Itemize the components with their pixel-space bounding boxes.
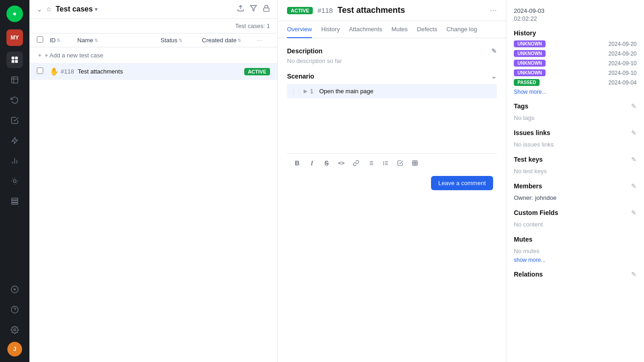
tab-overview[interactable]: Overview xyxy=(287,21,312,38)
sidebar-item-settings[interactable] xyxy=(6,322,23,338)
name-sort-icon[interactable]: ⇅ xyxy=(94,38,98,43)
chevron-down-icon[interactable]: ▾ xyxy=(95,6,98,12)
leave-comment-button[interactable]: Leave a comment xyxy=(431,176,493,190)
main-panel-body: Description ✎ No description so far Scen… xyxy=(278,38,506,362)
ordered-list-button[interactable] xyxy=(379,157,392,170)
main-content: Description ✎ No description so far Scen… xyxy=(278,38,506,362)
add-test-case-button[interactable]: ＋ + Add a new test case xyxy=(29,47,277,63)
sidebar-item-tasks[interactable] xyxy=(6,112,23,129)
left-toolbar: Test cases: 1 xyxy=(29,19,277,34)
svg-rect-30 xyxy=(413,161,418,166)
step-drag-icon[interactable]: ⋮⋮ xyxy=(291,88,302,95)
history-badge-5: PASSED xyxy=(514,79,540,86)
sidebar-item-launch[interactable] xyxy=(6,132,23,149)
bold-button[interactable]: B xyxy=(291,157,304,170)
show-more-link[interactable]: Show more... xyxy=(514,89,637,95)
select-all-checkbox[interactable] xyxy=(37,36,43,43)
svg-rect-4 xyxy=(15,60,18,63)
checklist-button[interactable] xyxy=(394,157,407,170)
step-number: 1 xyxy=(310,88,319,95)
main-header: ACTIVE #118 Test attachments ··· xyxy=(278,0,506,21)
user-avatar[interactable]: J xyxy=(7,342,22,356)
history-date-5: 2024-09-04 xyxy=(609,79,637,86)
custom-fields-value: No content xyxy=(514,221,543,228)
italic-button[interactable]: I xyxy=(305,157,318,170)
tab-defects[interactable]: Defects xyxy=(417,21,437,38)
test-keys-edit-icon[interactable]: ✎ xyxy=(631,156,637,163)
test-row[interactable]: ✋ #118 Test attachments ACTIVE xyxy=(29,63,277,80)
scenario-collapse-icon[interactable]: ⌄ xyxy=(491,72,497,80)
history-date-1: 2024-09-20 xyxy=(609,41,637,47)
description-edit-icon[interactable]: ✎ xyxy=(491,47,497,55)
scenario-title: Scenario xyxy=(287,73,314,80)
test-keys-title: Test keys xyxy=(514,156,543,163)
sidebar: MY J xyxy=(0,0,29,362)
tab-changelog[interactable]: Change log xyxy=(446,21,477,38)
mutes-value: No mutes xyxy=(514,248,540,255)
svg-rect-10 xyxy=(12,201,18,203)
members-edit-icon[interactable]: ✎ xyxy=(631,182,637,190)
tags-title: Tags xyxy=(514,102,529,110)
scenario-section: Scenario ⌄ ⋮⋮ ▶ 1 Open the main page xyxy=(287,72,497,98)
created-date: 2024-09-03 xyxy=(514,7,637,14)
relations-edit-icon[interactable]: ✎ xyxy=(631,271,637,278)
created-sort-icon[interactable]: ⇅ xyxy=(237,38,241,43)
table-header: ID ⇅ Name ⇅ Status ⇅ Created date ⇅ ··· xyxy=(29,34,277,47)
test-id: #118 xyxy=(317,6,333,14)
history-section: History UNKNOWN 2024-09-20 UNKNOWN 2024-… xyxy=(514,29,637,95)
tab-attachments[interactable]: Attachments xyxy=(349,21,382,38)
custom-fields-edit-icon[interactable]: ✎ xyxy=(631,209,637,216)
test-cases-count: Test cases: 1 xyxy=(235,23,270,29)
test-keys-value: No test keys xyxy=(514,168,547,175)
table-more-icon[interactable]: ··· xyxy=(257,37,262,44)
id-sort-icon[interactable]: ⇅ xyxy=(57,38,60,43)
svg-rect-20 xyxy=(264,8,269,11)
favorite-icon[interactable]: ☆ xyxy=(46,6,52,13)
tab-history[interactable]: History xyxy=(321,21,339,38)
history-item-5: PASSED 2024-09-04 xyxy=(514,79,637,86)
scenario-header: Scenario ⌄ xyxy=(287,72,497,80)
row-checkbox[interactable] xyxy=(37,68,43,74)
history-title: History xyxy=(514,29,536,37)
sidebar-item-help[interactable] xyxy=(6,301,23,318)
active-badge: ACTIVE xyxy=(287,7,313,14)
add-icon: ＋ xyxy=(37,51,43,59)
issues-section: Issues links ✎ No issues links xyxy=(514,129,637,148)
step-row[interactable]: ⋮⋮ ▶ 1 Open the main page xyxy=(287,84,497,98)
workspace-avatar[interactable]: MY xyxy=(6,29,23,46)
collapse-icon[interactable]: ⌄ xyxy=(37,6,42,13)
step-expand-icon[interactable]: ▶ xyxy=(304,88,307,94)
history-item-2: UNKNOWN 2024-09-20 xyxy=(514,50,637,57)
table-button[interactable] xyxy=(408,157,421,170)
upload-icon[interactable] xyxy=(237,5,244,14)
sidebar-item-refresh[interactable] xyxy=(6,92,23,108)
history-badge-2: UNKNOWN xyxy=(514,50,546,57)
lock-icon[interactable] xyxy=(263,5,270,14)
sidebar-item-add[interactable] xyxy=(6,281,23,298)
app-logo[interactable] xyxy=(6,6,23,22)
step-text: Open the main page xyxy=(319,88,493,95)
strikethrough-button[interactable]: S xyxy=(320,157,333,170)
status-sort-icon[interactable]: ⇅ xyxy=(178,38,182,43)
sidebar-item-storage[interactable] xyxy=(6,193,23,209)
issues-edit-icon[interactable]: ✎ xyxy=(631,129,637,136)
code-button[interactable]: <> xyxy=(335,157,348,170)
more-options-icon[interactable]: ··· xyxy=(490,6,497,15)
main-panel: ACTIVE #118 Test attachments ··· Overvie… xyxy=(278,0,506,362)
history-date-3: 2024-09-10 xyxy=(609,60,637,67)
owner-label: Owner: xyxy=(514,194,533,201)
sidebar-item-chart[interactable] xyxy=(6,153,23,169)
tags-edit-icon[interactable]: ✎ xyxy=(631,102,637,110)
relations-section: Relations ✎ xyxy=(514,271,637,278)
sidebar-item-dashboard[interactable] xyxy=(6,51,23,68)
history-item-4: UNKNOWN 2024-09-10 xyxy=(514,69,637,76)
filter-icon[interactable] xyxy=(250,5,257,14)
sidebar-item-bug[interactable] xyxy=(6,173,23,189)
bullet-list-button[interactable] xyxy=(364,157,377,170)
sidebar-item-testing[interactable] xyxy=(6,72,23,88)
link-button[interactable] xyxy=(350,157,362,170)
tab-mutes[interactable]: Mutes xyxy=(391,21,408,38)
history-date-4: 2024-09-10 xyxy=(609,70,637,76)
mutes-show-more-link[interactable]: show more... xyxy=(514,257,637,263)
members-title: Members xyxy=(514,182,542,190)
